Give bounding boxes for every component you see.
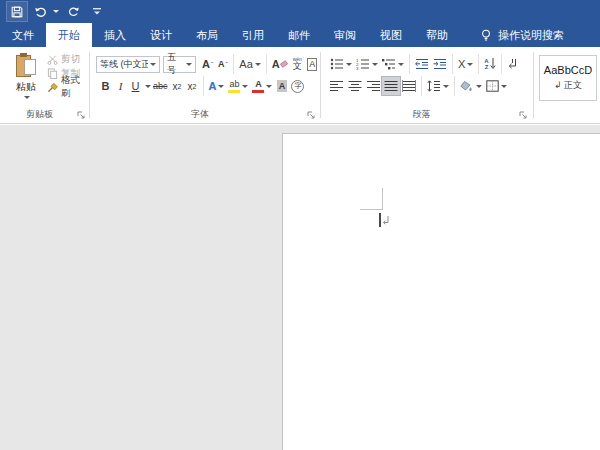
separator	[478, 54, 479, 74]
show-marks-icon	[507, 58, 518, 70]
chevron-down-icon	[501, 85, 507, 88]
phonetic-guide-button[interactable]: wén 文	[290, 55, 305, 73]
decrease-indent-button[interactable]	[413, 55, 431, 73]
group-separator	[533, 52, 534, 118]
copy-icon	[47, 68, 58, 79]
multilevel-list-button[interactable]	[380, 55, 406, 73]
text-effects-button[interactable]: A	[207, 77, 227, 95]
subscript-button[interactable]: x2	[170, 77, 185, 95]
increase-indent-icon	[433, 58, 447, 70]
sort-button[interactable]: A Z	[482, 55, 497, 73]
shading-button[interactable]	[458, 77, 484, 95]
style-normal-tile[interactable]: AaBbCcD ↲ 正文	[539, 55, 597, 101]
borders-button[interactable]	[484, 77, 509, 95]
justify-button[interactable]	[382, 77, 400, 95]
tab-help[interactable]: 帮助	[414, 23, 460, 47]
tab-layout[interactable]: 布局	[184, 23, 230, 47]
paragraph-dialog-launcher[interactable]	[519, 111, 528, 120]
customize-quick-access-button[interactable]	[87, 2, 107, 21]
font-color-button[interactable]: A	[250, 77, 274, 95]
cut-button[interactable]: 剪切	[47, 53, 89, 65]
paste-clipboard-icon	[16, 53, 37, 78]
align-center-button[interactable]	[346, 77, 364, 95]
grow-font-button[interactable]: Aˆ	[200, 55, 215, 73]
save-button[interactable]	[7, 2, 27, 21]
clipboard-dialog-launcher[interactable]	[77, 111, 86, 120]
tab-file[interactable]: 文件	[0, 23, 46, 47]
show-hide-marks-button[interactable]	[505, 55, 520, 73]
font-dialog-launcher[interactable]	[307, 111, 316, 120]
group-paragraph: 123	[322, 47, 531, 123]
redo-button[interactable]	[63, 2, 83, 21]
dialog-launcher-icon	[307, 111, 316, 120]
document-page[interactable]	[282, 133, 600, 450]
font-name-combo[interactable]: 等线 (中文正文	[96, 56, 160, 73]
tab-design[interactable]: 设计	[138, 23, 184, 47]
quick-access-toolbar	[7, 2, 107, 21]
undo-button[interactable]	[31, 2, 51, 21]
paste-button[interactable]: 粘贴	[8, 53, 44, 105]
chevron-down-icon	[467, 63, 473, 66]
ribbon-tab-bar: 文件 开始 插入 设计 布局 引用 邮件 审阅 视图 帮助 操作说明搜索	[0, 23, 600, 47]
undo-dropdown[interactable]	[51, 2, 59, 21]
align-right-button[interactable]	[364, 77, 382, 95]
font-size-value: 五号	[167, 51, 184, 77]
separator	[266, 54, 267, 74]
tab-references[interactable]: 引用	[230, 23, 276, 47]
increase-indent-button[interactable]	[431, 55, 449, 73]
character-border-button[interactable]: A	[305, 55, 320, 73]
align-left-button[interactable]	[328, 77, 346, 95]
chevron-down-icon	[398, 63, 404, 66]
bold-button[interactable]: B	[98, 77, 113, 95]
numbering-icon: 123	[356, 58, 370, 70]
cut-label: 剪切	[61, 53, 80, 66]
sort-icon: A Z	[484, 58, 488, 70]
borders-icon	[486, 80, 499, 92]
tab-review[interactable]: 审阅	[322, 23, 368, 47]
clipboard-group-label: 剪贴板	[0, 108, 79, 121]
bullets-button[interactable]	[328, 55, 354, 73]
tab-view[interactable]: 视图	[368, 23, 414, 47]
align-left-icon	[330, 80, 344, 92]
format-painter-label: 格式刷	[61, 74, 89, 100]
strikethrough-button[interactable]: abc	[151, 77, 170, 95]
eraser-icon	[280, 60, 288, 68]
paragraph-mark-icon	[382, 215, 390, 226]
separator	[452, 54, 453, 74]
tab-mailings[interactable]: 邮件	[276, 23, 322, 47]
margin-corner-mark	[382, 188, 383, 210]
numbering-button[interactable]: 123	[354, 55, 380, 73]
decrease-indent-icon	[415, 58, 429, 70]
distribute-button[interactable]	[400, 77, 418, 95]
tab-insert[interactable]: 插入	[92, 23, 138, 47]
font-size-combo[interactable]: 五号	[163, 56, 196, 73]
italic-button[interactable]: I	[113, 77, 128, 95]
tab-home[interactable]: 开始	[46, 23, 92, 47]
document-workspace[interactable]	[0, 125, 600, 450]
multilevel-list-icon	[382, 58, 396, 70]
tell-me-search[interactable]: 操作说明搜索	[474, 23, 570, 47]
bullets-icon	[330, 58, 344, 70]
font-name-value: 等线 (中文正文	[100, 58, 148, 71]
separator	[421, 76, 422, 96]
format-painter-button[interactable]: 格式刷	[47, 81, 89, 93]
separator	[409, 54, 410, 74]
enclose-characters-button[interactable]: 字	[289, 77, 306, 95]
align-right-icon	[366, 80, 380, 92]
asian-layout-button[interactable]: X	[456, 55, 475, 73]
shrink-font-button[interactable]: Aˇ	[215, 55, 230, 73]
format-painter-icon	[47, 82, 58, 93]
chevron-down-icon	[266, 85, 272, 88]
justify-icon	[384, 80, 398, 92]
chevron-down-icon	[372, 63, 378, 66]
highlight-color-button[interactable]: ab	[226, 77, 250, 95]
clear-formatting-button[interactable]: A	[270, 55, 290, 73]
line-spacing-button[interactable]	[425, 77, 451, 95]
character-shading-button[interactable]: A	[274, 77, 289, 95]
redo-icon	[67, 5, 80, 18]
change-case-button[interactable]: Aa	[237, 55, 262, 73]
separator	[233, 54, 234, 74]
tell-me-label: 操作说明搜索	[498, 28, 564, 43]
underline-button[interactable]: U	[128, 77, 143, 95]
superscript-button[interactable]: x2	[185, 77, 200, 95]
